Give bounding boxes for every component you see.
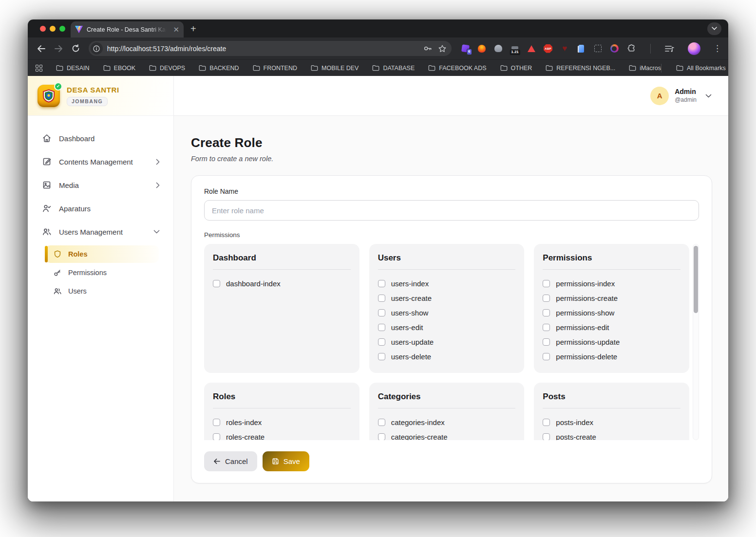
sidebar-item-dashboard[interactable]: Dashboard <box>28 127 173 150</box>
permission-group-card: Roles roles-index roles-create <box>204 383 359 440</box>
password-manager-icon[interactable] <box>423 44 432 53</box>
sidebar-item-media[interactable]: Media <box>28 173 173 197</box>
page-title: Create Role <box>191 135 712 150</box>
permission-checkbox[interactable] <box>213 433 220 441</box>
bookmark-folder-ebook[interactable]: EBOOK <box>103 65 135 72</box>
browser-profile-avatar[interactable] <box>688 42 700 55</box>
permission-checkbox[interactable] <box>543 433 550 441</box>
reload-button[interactable] <box>69 41 83 56</box>
permission-item[interactable]: permissions-create <box>543 291 680 305</box>
permission-checkbox[interactable] <box>543 419 550 426</box>
permission-item[interactable]: dashboard-index <box>213 276 351 291</box>
extensions-puzzle-icon[interactable] <box>626 44 636 54</box>
permission-checkbox[interactable] <box>543 353 550 360</box>
save-button[interactable]: Save <box>263 451 309 471</box>
user-avatar[interactable]: A <box>650 87 669 105</box>
adblock-extension-icon[interactable]: ABP <box>543 44 553 54</box>
permission-checkbox[interactable] <box>378 324 385 331</box>
phone-extension-icon[interactable] <box>576 44 586 54</box>
permission-item[interactable]: permissions-show <box>543 305 680 320</box>
permission-checkbox[interactable] <box>543 338 550 346</box>
permission-checkbox[interactable] <box>378 280 385 287</box>
bookmark-folder-desain[interactable]: DESAIN <box>56 65 90 72</box>
browser-menu-icon[interactable]: ⋮ <box>713 43 721 54</box>
permission-checkbox[interactable] <box>378 433 385 441</box>
minimize-window-button[interactable] <box>50 26 56 32</box>
bookmark-star-icon[interactable] <box>438 44 447 53</box>
permission-checkbox[interactable] <box>378 353 385 360</box>
permission-item[interactable]: users-create <box>378 291 516 305</box>
bookmark-folder-frontend[interactable]: FRONTEND <box>253 65 297 72</box>
camera-extension-icon[interactable] <box>609 44 619 54</box>
apps-grid-icon[interactable] <box>36 65 42 72</box>
permission-item[interactable]: categories-index <box>378 415 516 429</box>
bookmark-folder-referensi-ngeb[interactable]: REFERENSI NGEB... <box>546 65 615 72</box>
bookmark-folder-facebook-ads[interactable]: FACEBOOK ADS <box>428 65 486 72</box>
role-name-input[interactable] <box>204 200 699 221</box>
browser-tab[interactable]: Create Role - Desa Santri Kab ✕ <box>71 21 184 37</box>
permission-checkbox[interactable] <box>378 309 385 316</box>
sidebar-item-aparaturs[interactable]: Aparaturs <box>28 197 173 220</box>
media-controls-icon[interactable] <box>664 45 674 53</box>
new-tab-button[interactable]: + <box>190 23 196 34</box>
permission-group-title: Roles <box>213 392 351 402</box>
cancel-button[interactable]: Cancel <box>204 451 257 471</box>
permission-item[interactable]: users-edit <box>378 320 516 334</box>
permission-item[interactable]: users-index <box>378 276 516 291</box>
sidebar-item-users[interactable]: Users <box>45 282 159 300</box>
permission-item[interactable]: roles-index <box>213 415 351 429</box>
permission-item[interactable]: permissions-index <box>543 276 680 291</box>
permission-checkbox[interactable] <box>378 338 385 346</box>
permission-item[interactable]: categories-create <box>378 429 516 440</box>
permission-item[interactable]: posts-index <box>543 415 680 429</box>
screenshot-extension-icon[interactable] <box>593 44 603 54</box>
tab-close-icon[interactable]: ✕ <box>173 26 179 33</box>
permission-checkbox[interactable] <box>543 295 550 302</box>
permission-checkbox[interactable] <box>543 324 550 331</box>
permissions-scrollbar[interactable] <box>693 244 699 440</box>
back-button[interactable] <box>35 41 49 56</box>
permission-item[interactable]: permissions-delete <box>543 349 680 364</box>
sidebar-item-contents-management[interactable]: Contents Management <box>28 150 173 173</box>
bookmark-folder-backend[interactable]: BACKEND <box>199 65 239 72</box>
sidebar-item-roles[interactable]: Roles <box>45 245 159 263</box>
permission-item[interactable]: users-delete <box>378 349 516 364</box>
permission-item[interactable]: posts-create <box>543 429 680 440</box>
url-text[interactable]: http://localhost:5173/admin/roles/create <box>107 45 417 53</box>
fox-extension-icon[interactable] <box>477 44 487 54</box>
ghost-extension-icon[interactable] <box>493 44 503 54</box>
permission-group-title: Users <box>378 253 516 263</box>
dice-extension-icon[interactable]: 6 <box>460 44 470 54</box>
bookmark-folder-imacros[interactable]: iMacros <box>629 65 661 72</box>
heart-extension-icon[interactable]: ♥ <box>560 44 569 54</box>
permissions-scroll-area[interactable]: Dashboard dashboard-index Users users-in… <box>204 244 699 440</box>
bookmark-folder-devops[interactable]: DEVOPS <box>149 65 185 72</box>
permission-item[interactable]: permissions-edit <box>543 320 680 334</box>
zoom-window-button[interactable] <box>59 26 65 32</box>
address-bar[interactable]: http://localhost:5173/admin/roles/create <box>89 41 452 56</box>
permission-item[interactable]: users-update <box>378 334 516 349</box>
close-window-button[interactable] <box>40 26 46 32</box>
permission-item[interactable]: roles-create <box>213 429 351 440</box>
triangle-extension-icon[interactable] <box>527 44 536 54</box>
all-bookmarks-button[interactable]: All Bookmarks <box>676 65 726 72</box>
tab-search-button[interactable] <box>707 22 721 35</box>
permission-checkbox[interactable] <box>378 295 385 302</box>
user-menu-chevron-icon[interactable] <box>705 94 712 98</box>
bookmark-folder-mobile-dev[interactable]: MOBILE DEV <box>311 65 359 72</box>
bookmark-folder-other[interactable]: OTHER <box>500 65 532 72</box>
permission-checkbox[interactable] <box>213 419 220 426</box>
sidebar-item-permissions[interactable]: Permissions <box>45 264 159 281</box>
sidebar-item-users-management[interactable]: Users Management <box>28 220 173 243</box>
site-info-icon[interactable] <box>91 42 103 55</box>
permission-checkbox[interactable] <box>378 419 385 426</box>
bookmark-folder-database[interactable]: DATABASE <box>372 65 415 72</box>
permission-item[interactable]: users-show <box>378 305 516 320</box>
permission-item[interactable]: permissions-update <box>543 334 680 349</box>
permission-checkbox[interactable] <box>213 280 220 287</box>
meter-extension-icon[interactable]: 1.21 <box>510 44 520 54</box>
permission-checkbox[interactable] <box>543 309 550 316</box>
permission-checkbox[interactable] <box>543 280 550 287</box>
sidebar: ✓ DESA SANTRI JOMBANG Dashboard Contents… <box>28 76 174 501</box>
scrollbar-thumb[interactable] <box>694 246 698 313</box>
